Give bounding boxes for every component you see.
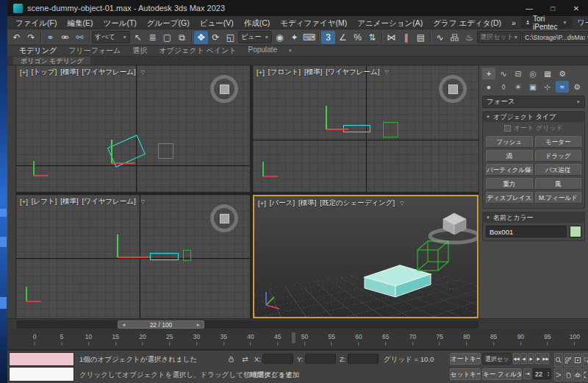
- orbit-button[interactable]: [573, 368, 582, 382]
- menu-item[interactable]: モディファイヤ(M): [275, 16, 352, 29]
- key-mode-toggle[interactable]: ⇥: [523, 368, 531, 379]
- 3dsmax-app-icon[interactable]: [13, 4, 23, 13]
- hierarchy-tab[interactable]: ⊟: [512, 68, 525, 79]
- render-setup-icon[interactable]: ♨: [462, 31, 476, 44]
- green-box-wireframe[interactable]: [383, 122, 398, 137]
- selected-box-wireframe[interactable]: [150, 253, 179, 260]
- viewport-label[interactable]: [標準]: [298, 198, 316, 208]
- systems-category-icon[interactable]: ⚙: [570, 81, 584, 93]
- object-type-button[interactable]: ドラッグ: [535, 150, 582, 162]
- pan-button[interactable]: [564, 368, 573, 382]
- zoom-extents-button[interactable]: [573, 353, 582, 367]
- viewport-label[interactable]: [ワイヤフレーム]: [82, 68, 136, 77]
- object-type-button[interactable]: パス追従: [535, 164, 582, 176]
- menu-item[interactable]: ツール(T): [98, 16, 141, 29]
- viewport-left[interactable]: [+][レフト][標準][ワイヤフレーム]▽: [16, 195, 251, 318]
- object-type-button[interactable]: 渦: [486, 150, 533, 162]
- menu-overflow-chevron[interactable]: »: [506, 16, 521, 29]
- auto-key-button[interactable]: オートキー: [450, 353, 481, 365]
- redo-icon[interactable]: ↷: [24, 31, 38, 44]
- lights-category-icon[interactable]: ☀: [512, 81, 525, 93]
- selection-filter-dropdown[interactable]: すべて▼: [92, 31, 130, 43]
- x-coordinate-input[interactable]: [262, 354, 293, 364]
- motion-tab[interactable]: ◎: [526, 68, 539, 79]
- viewport-label[interactable]: [+]: [20, 68, 28, 76]
- undo-icon[interactable]: ↶: [10, 31, 24, 44]
- create-tab[interactable]: +: [482, 68, 495, 79]
- object-type-button[interactable]: ディスプレイス: [486, 192, 533, 204]
- object-type-rollout-header[interactable]: ▼ オブジェクト タイプ: [483, 112, 584, 122]
- spinner-snap-icon[interactable]: ⇅: [365, 31, 379, 44]
- select-object-icon[interactable]: ↖: [131, 31, 145, 44]
- layer-manager-icon[interactable]: ▤: [414, 31, 428, 44]
- menu-item[interactable]: 編集(E): [62, 16, 98, 29]
- ribbon-tab[interactable]: 選択: [126, 46, 153, 56]
- bind-to-space-warp-icon[interactable]: ⚯: [73, 31, 87, 44]
- autogrid-checkbox[interactable]: [504, 125, 511, 132]
- viewport-filter-icon[interactable]: ▽: [400, 201, 404, 207]
- modify-tab[interactable]: ∿: [497, 68, 510, 79]
- viewport-label[interactable]: [既定のシェーディング]: [320, 198, 395, 208]
- curve-editor-icon[interactable]: ∿: [433, 31, 447, 44]
- object-type-button[interactable]: 風: [535, 178, 582, 190]
- select-by-name-icon[interactable]: ≣: [146, 31, 159, 44]
- viewcube[interactable]: [210, 75, 238, 103]
- viewport-label[interactable]: [トップ]: [32, 68, 57, 77]
- maxscript-mini-listener[interactable]: [9, 367, 74, 382]
- go-to-end-button[interactable]: ▶▶: [542, 353, 549, 364]
- viewport-label[interactable]: [+]: [258, 199, 266, 207]
- spinner-down-icon[interactable]: ▾: [548, 374, 549, 377]
- absolute-offset-toggle[interactable]: ⇄: [239, 354, 251, 365]
- select-and-rotate-icon[interactable]: ⟳: [209, 31, 223, 44]
- viewport-label[interactable]: [+]: [257, 68, 265, 76]
- select-and-manipulate-icon[interactable]: ✦: [287, 31, 301, 44]
- ribbon-tab[interactable]: モデリング: [13, 46, 62, 56]
- display-tab[interactable]: ▦: [541, 68, 554, 79]
- close-button[interactable]: ✕: [564, 0, 588, 16]
- space-warp-category-dropdown[interactable]: フォース ▼: [482, 96, 585, 108]
- space-warps-category-icon[interactable]: ≈: [556, 81, 569, 93]
- key-selection-set-dropdown[interactable]: 選択セット ▼: [482, 353, 512, 365]
- polygon-modeling-tab[interactable]: ポリゴン モデリング: [13, 57, 90, 65]
- selection-region-icon[interactable]: ▢: [160, 31, 174, 44]
- set-key-button[interactable]: セットキー: [450, 368, 481, 380]
- snap-toggle-3d-icon[interactable]: 3: [321, 31, 335, 44]
- track-bar[interactable]: 0510152025303540455055606570758085909510…: [7, 329, 588, 350]
- select-and-link-icon[interactable]: ⚭: [43, 31, 57, 44]
- geometry-category-icon[interactable]: ●: [482, 81, 495, 93]
- object-name-field[interactable]: Box001: [486, 226, 567, 237]
- viewcube[interactable]: [430, 213, 477, 243]
- viewport-label[interactable]: [パース]: [270, 198, 295, 208]
- menu-item[interactable]: ファイル(F): [10, 16, 62, 29]
- viewcube[interactable]: [439, 75, 467, 103]
- viewcube-face[interactable]: [220, 85, 229, 94]
- move-gizmo-z-axis[interactable]: [117, 235, 118, 257]
- viewport-label[interactable]: [ワイヤフレーム]: [82, 197, 136, 207]
- zoom-all-button[interactable]: [564, 353, 573, 367]
- viewport-label[interactable]: [ワイヤフレーム]: [326, 68, 379, 77]
- ribbon-tab[interactable]: オブジェクト ペイント: [153, 46, 242, 56]
- viewport-perspective-active[interactable]: [+][パース][標準][既定のシェーディング]▽: [253, 195, 478, 318]
- green-box-wireframe[interactable]: [158, 143, 173, 159]
- use-pivot-center-icon[interactable]: ◉: [273, 31, 287, 44]
- viewport-filter-icon[interactable]: ▽: [141, 199, 145, 205]
- workspace-selector[interactable]: ワークスペース: 既定値 ▼: [578, 18, 588, 28]
- maximize-viewport-button[interactable]: [583, 368, 588, 382]
- ribbon-tab[interactable]: フリーフォーム: [62, 46, 126, 56]
- move-gizmo-y-axis[interactable]: [118, 257, 150, 258]
- move-gizmo-z-axis[interactable]: [326, 106, 327, 129]
- previous-frame-button[interactable]: ◀: [520, 353, 527, 364]
- field-of-view-button[interactable]: [554, 368, 563, 382]
- macro-recorder-field[interactable]: [9, 352, 74, 366]
- mirror-icon[interactable]: ⋈: [384, 31, 398, 44]
- angle-snap-icon[interactable]: ∠: [336, 31, 350, 44]
- select-and-move-icon[interactable]: ✥: [194, 31, 208, 44]
- next-frame-button[interactable]: ▶: [535, 353, 542, 364]
- time-slider-track[interactable]: ◄ 22 / 100 ►: [16, 321, 478, 329]
- utilities-tab[interactable]: ⚙: [556, 68, 569, 79]
- go-to-start-button[interactable]: ◀◀: [513, 353, 520, 364]
- shapes-category-icon[interactable]: ◊: [497, 81, 510, 93]
- viewcube-face[interactable]: [448, 85, 458, 94]
- menu-item[interactable]: アニメーション(A): [352, 16, 428, 29]
- menu-item[interactable]: 作成(C): [239, 16, 276, 29]
